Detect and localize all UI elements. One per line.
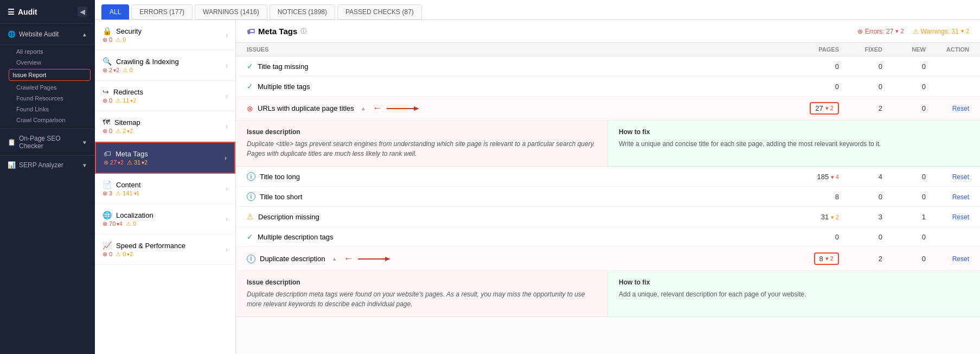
arrow-indicator-duplicate-titles: ←: [373, 103, 382, 114]
tab-passed-checks-label: PASSED CHECKS (87): [345, 8, 414, 16]
category-localization[interactable]: 🌐 Localization ⊗ 70 ▾4 ⚠ 0 ›: [95, 204, 235, 235]
sidebar-divider-1: [0, 129, 95, 129]
col-issues: ISSUES: [247, 46, 774, 53]
category-security[interactable]: 🔒 Security ⊗ 0 ⚠ 0 ›: [95, 20, 235, 50]
tab-passed-checks[interactable]: PASSED CHECKS (87): [337, 4, 422, 20]
expand-toggle-duplicate-titles[interactable]: ▲: [361, 105, 366, 111]
duplicate-desc-value-box: 8 ▾ 2: [814, 252, 839, 265]
sidebar-item-all-reports[interactable]: All reports: [0, 46, 95, 57]
expand-block-duplicate-titles: Issue description Duplicate <title> tags…: [236, 121, 980, 167]
duplicate-desc-delta: ▾ 2: [825, 255, 834, 262]
sidebar-item-crawled-pages[interactable]: Crawled Pages: [0, 82, 95, 93]
category-speed-stats: ⊗ 0 ⚠ 0 ▾2: [103, 251, 185, 258]
meta-tags-icon: 🏷: [104, 149, 111, 158]
speed-warning-count: ⚠ 0 ▾2: [116, 251, 133, 258]
issue-label-duplicate-desc: Duplicate description: [260, 255, 325, 263]
issue-label-multiple-title: Multiple title tags: [258, 83, 310, 91]
reset-button-duplicate-desc[interactable]: Reset: [952, 255, 969, 263]
sidebar-item-issue-report[interactable]: Issue Report: [9, 69, 91, 81]
sidebar-header: ☰ Audit ◀: [0, 0, 95, 24]
col-new: NEW: [882, 46, 926, 53]
category-sitemap[interactable]: 🗺 Sitemap ⊗ 0 ⚠ 2 ▾2 ›: [95, 111, 235, 142]
issue-name-title-too-short: i Title too short: [247, 192, 774, 201]
sidebar-item-found-links[interactable]: Found Links: [0, 104, 95, 115]
issues-panel: 🏷 Meta Tags ⓘ ⊗ Errors: 27 ▾ 2 ⚠ Warning…: [236, 20, 980, 354]
sidebar-group-on-page-seo[interactable]: 📋 On-Page SEO Checker ▼: [0, 131, 95, 153]
tab-warnings[interactable]: WARNINGS (1416): [195, 4, 267, 20]
duplicate-titles-pages: 27: [815, 104, 823, 112]
pass-icon-multiple-desc: ✓: [247, 232, 253, 241]
issues-panel-title: Meta Tags: [258, 27, 297, 36]
issue-label-multiple-desc: Multiple description tags: [258, 233, 333, 241]
tab-errors[interactable]: ERRORS (177): [131, 4, 193, 20]
category-redirects-stats: ⊗ 0 ⚠ 11 ▾2: [103, 97, 143, 104]
sitemap-warning-count: ⚠ 2 ▾2: [116, 128, 133, 135]
expand-toggle-duplicate-desc[interactable]: ▲: [332, 256, 337, 262]
issue-row-multiple-desc: ✓ Multiple description tags 0 0 0: [236, 227, 980, 247]
sidebar-item-found-resources[interactable]: Found Resources: [0, 93, 95, 104]
crawling-chevron: ›: [226, 62, 228, 69]
col-action: ACTION: [926, 46, 969, 53]
category-redirects[interactable]: ↪ Redirects ⊗ 0 ⚠ 11 ▾2 ›: [95, 81, 235, 111]
desc-missing-delta: ▾ 2: [831, 214, 839, 220]
arrow-indicator-duplicate-desc: ←: [344, 253, 354, 264]
localization-icon: 🌐: [103, 211, 112, 219]
speed-error-count: ⊗ 0: [103, 251, 112, 258]
tab-all-label: ALL: [110, 8, 121, 16]
category-content[interactable]: 📄 Content ⊗ 3 ⚠ 141 ▾1 ›: [95, 174, 235, 204]
reset-button-title-too-short[interactable]: Reset: [952, 193, 969, 201]
col-pages: PAGES: [774, 46, 839, 53]
issue-name-duplicate-desc: i Duplicate description ▲ ←: [247, 253, 774, 264]
category-speed-performance[interactable]: 📈 Speed & Performance ⊗ 0 ⚠ 0 ▾2 ›: [95, 235, 235, 265]
category-meta-tags-label: Meta Tags: [116, 150, 148, 158]
sidebar-item-overview[interactable]: Overview: [0, 57, 95, 68]
reset-button-description-missing[interactable]: Reset: [952, 213, 969, 221]
issue-fixed-multiple-title: 0: [839, 83, 882, 91]
category-localization-label: Localization: [116, 211, 153, 219]
tab-notices[interactable]: NOTICES (1898): [270, 4, 335, 20]
warnings-delta: ▾ 2: [961, 28, 969, 35]
sidebar-item-crawl-comparison[interactable]: Crawl Comparison: [0, 115, 95, 125]
sidebar-group-serp-analyzer[interactable]: 📊 SERP Analyzer ▼: [0, 158, 95, 172]
sidebar-divider-2: [0, 155, 95, 156]
sidebar-website-item[interactable]: 🌐 Website Audit ▲: [0, 27, 95, 41]
reset-button-title-too-long[interactable]: Reset: [952, 173, 969, 181]
header-errors-stat: ⊗ Errors: 27 ▾ 2: [857, 28, 904, 35]
sidebar-label-issue-report: Issue Report: [12, 72, 46, 78]
issue-pages-title-too-long: 185 ▾ 4: [774, 173, 839, 181]
sidebar-label-all-reports: All reports: [16, 48, 43, 55]
category-crawling[interactable]: 🔍 Crawling & Indexing ⊗ 2 ▾2 ⚠ 0 ›: [95, 50, 235, 81]
category-meta-tags[interactable]: 🏷 Meta Tags ⊗ 27 ▾2 ⚠ 31 ▾2 ›: [95, 142, 235, 174]
issue-new-multiple-desc: 0: [882, 233, 926, 241]
issue-pages-multiple-desc: 0: [774, 233, 839, 241]
tab-all[interactable]: ALL: [101, 4, 129, 20]
chevron-down-icon-serp: ▼: [82, 162, 87, 168]
issue-fixed-duplicate-titles: 2: [839, 104, 882, 112]
issue-new-title-too-short: 0: [882, 193, 926, 201]
top-tabs-bar: ALL ERRORS (177) WARNINGS (1416) NOTICES…: [95, 0, 980, 20]
security-warning-count: ⚠ 0: [116, 36, 126, 43]
issue-fixed-multiple-desc: 0: [839, 233, 882, 241]
issue-name-title-too-long: i Title too long: [247, 172, 774, 181]
localization-warning-count: ⚠ 0: [126, 220, 136, 227]
issues-table-header: ISSUES PAGES FIXED NEW ACTION: [236, 43, 980, 56]
collapse-sidebar-button[interactable]: ◀: [78, 7, 87, 17]
issue-pages-duplicate-desc: 8 ▾ 2: [774, 252, 839, 265]
crawling-icon: 🔍: [103, 57, 112, 66]
issue-label-description-missing: Description missing: [258, 213, 319, 221]
issue-action-title-too-short: Reset: [926, 193, 969, 201]
issue-fixed-title-missing: 0: [839, 62, 882, 71]
issue-fixed-title-too-short: 0: [839, 193, 882, 201]
reset-button-duplicate-titles[interactable]: Reset: [952, 105, 969, 112]
redirects-chevron: ›: [226, 92, 228, 100]
svg-marker-3: [385, 257, 390, 261]
issue-new-description-missing: 1: [882, 213, 926, 221]
issue-row-title-too-long: i Title too long 185 ▾ 4 4 0 Reset: [236, 167, 980, 187]
sidebar-nav: All reports Overview Issue Report Crawle…: [0, 45, 95, 127]
category-content-stats: ⊗ 3 ⚠ 141 ▾1: [103, 190, 141, 197]
sidebar-label-found-resources: Found Resources: [16, 95, 63, 102]
arrow-line-duplicate-titles: [387, 105, 419, 112]
duplicate-titles-delta: ▾ 2: [825, 105, 834, 112]
sidebar-group-label-serp: SERP Analyzer: [19, 161, 63, 169]
issue-fixed-description-missing: 3: [839, 213, 882, 221]
